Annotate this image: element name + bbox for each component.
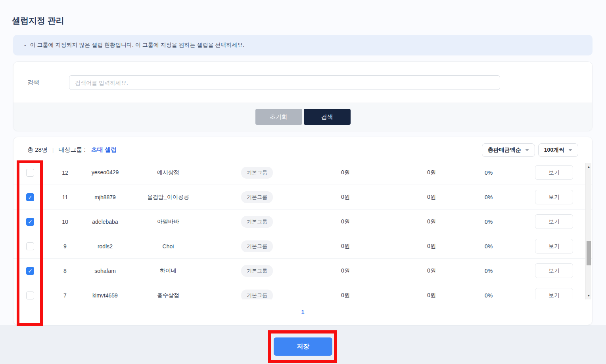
table-scrollbar[interactable]: ▲ ▼ <box>585 163 591 299</box>
row-select-checkbox[interactable]: ✓ <box>26 218 34 226</box>
total-sales-amount: 0원 <box>305 194 386 201</box>
search-panel: 검색 초기화 검색 <box>13 61 593 131</box>
member-id: mjh8879 <box>83 194 127 200</box>
reset-button[interactable]: 초기화 <box>255 109 302 125</box>
row-select-checkbox[interactable]: ✓ <box>26 169 34 177</box>
scrollbar-thumb[interactable] <box>587 241 591 265</box>
member-name: 하이네 <box>127 267 209 274</box>
member-id: sohafam <box>83 268 127 274</box>
table-row: ✓ 11 mjh8879 율겸맘_아이콩콩 기본그룹 0원 0원 0% 보기 <box>13 185 593 210</box>
group-badge: 기본그룹 <box>241 191 273 203</box>
member-id: rodls2 <box>83 243 127 250</box>
total-sales-amount: 0원 <box>305 169 386 176</box>
row-number: 9 <box>47 243 83 250</box>
group-badge: 기본그룹 <box>241 167 273 179</box>
member-name: 예서상점 <box>127 169 209 176</box>
scroll-down-arrow-icon[interactable]: ▼ <box>586 292 592 299</box>
rate-value: 0% <box>477 194 501 200</box>
row-number: 12 <box>47 170 83 176</box>
settlement-amount: 0원 <box>386 218 477 225</box>
check-icon: ✓ <box>28 268 33 274</box>
view-button[interactable]: 보기 <box>535 165 573 180</box>
table-row: ✓ 8 sohafam 하이네 기본그룹 0원 0원 0% 보기 <box>13 259 593 283</box>
pagination: 1 <box>13 299 592 325</box>
page-title: 셀럽지정 관리 <box>12 15 64 26</box>
table-row: ✓ 12 yeseo0429 예서상점 기본그룹 0원 0원 0% 보기 <box>13 163 593 185</box>
table-row: ✓ 7 kimvt4659 총수상점 기본그룹 0원 0원 0% 보기 <box>13 283 593 299</box>
list-header: 총 28명 | 대상그룹 : 초대 셀럽 총판매금액순 100개씩 <box>13 137 592 163</box>
row-select-checkbox[interactable]: ✓ <box>26 267 34 275</box>
check-icon: ✓ <box>28 194 33 200</box>
view-button[interactable]: 보기 <box>535 214 573 229</box>
total-sales-amount: 0원 <box>305 243 386 250</box>
settlement-amount: 0원 <box>386 267 477 274</box>
table-scroll-viewport[interactable]: ✓ 12 yeseo0429 예서상점 기본그룹 0원 0원 0% 보기 ✓ 1… <box>13 163 593 299</box>
group-badge: 기본그룹 <box>241 265 273 277</box>
meta-separator: | <box>52 147 54 153</box>
pagination-page-1[interactable]: 1 <box>301 309 304 315</box>
row-number: 8 <box>47 268 83 274</box>
member-name: 율겸맘_아이콩콩 <box>127 194 209 201</box>
row-number: 7 <box>47 292 83 299</box>
table-row: ✓ 9 rodls2 Choi 기본그룹 0원 0원 0% 보기 <box>13 234 593 259</box>
search-button[interactable]: 검색 <box>304 109 351 125</box>
member-name: 아델바바 <box>127 218 209 225</box>
rate-value: 0% <box>477 268 501 274</box>
row-number: 11 <box>47 194 83 200</box>
chevron-down-icon <box>568 149 572 151</box>
group-badge: 기본그룹 <box>241 216 273 228</box>
member-id: adelebaba <box>83 219 127 225</box>
save-button[interactable]: 저장 <box>274 337 332 356</box>
member-id: kimvt4659 <box>83 292 127 299</box>
total-count: 총 28명 <box>27 146 48 154</box>
row-select-checkbox[interactable]: ✓ <box>26 193 34 201</box>
settlement-amount: 0원 <box>386 243 477 250</box>
target-group-label: 대상그룹 : <box>59 146 86 154</box>
row-select-checkbox[interactable]: ✓ <box>26 242 34 250</box>
total-sales-amount: 0원 <box>305 218 386 225</box>
notice-text: 이 그룹에 지정되지 않은 셀럽 현황입니다. 이 그룹에 지정을 원하는 셀럽… <box>30 42 245 49</box>
view-button[interactable]: 보기 <box>535 263 573 278</box>
settlement-amount: 0원 <box>386 292 477 299</box>
chevron-down-icon <box>525 149 529 151</box>
scroll-up-arrow-icon[interactable]: ▲ <box>586 164 592 170</box>
search-input[interactable] <box>69 75 500 90</box>
group-badge: 기본그룹 <box>241 240 273 252</box>
search-label: 검색 <box>27 79 69 86</box>
total-sales-amount: 0원 <box>305 267 386 274</box>
settlement-amount: 0원 <box>386 194 477 201</box>
check-icon: ✓ <box>28 219 33 225</box>
page-size-select[interactable]: 100개씩 <box>538 143 578 157</box>
sort-order-value: 총판매금액순 <box>488 147 521 154</box>
table-row: ✓ 10 adelebaba 아델바바 기본그룹 0원 0원 0% 보기 <box>13 210 593 234</box>
total-sales-amount: 0원 <box>305 292 386 299</box>
page-size-value: 100개씩 <box>544 147 564 154</box>
rate-value: 0% <box>477 219 501 225</box>
member-id: yeseo0429 <box>92 168 119 177</box>
view-button[interactable]: 보기 <box>535 190 573 204</box>
rate-value: 0% <box>477 292 501 299</box>
row-number: 10 <box>47 219 83 225</box>
notice-bullet: - <box>24 42 26 48</box>
celeb-list-panel: 총 28명 | 대상그룹 : 초대 셀럽 총판매금액순 100개씩 ✓ 12 y… <box>13 137 593 325</box>
member-name: 총수상점 <box>127 292 209 299</box>
rate-value: 0% <box>477 243 501 250</box>
rate-value: 0% <box>477 170 501 176</box>
view-button[interactable]: 보기 <box>535 288 573 299</box>
view-button[interactable]: 보기 <box>535 239 573 253</box>
sort-order-select[interactable]: 총판매금액순 <box>482 143 535 157</box>
group-badge: 기본그룹 <box>241 290 273 300</box>
member-name: Choi <box>127 243 209 250</box>
notice-banner: - 이 그룹에 지정되지 않은 셀럽 현황입니다. 이 그룹에 지정을 원하는 … <box>13 35 593 55</box>
target-group-name[interactable]: 초대 셀럽 <box>91 146 117 154</box>
search-footer: 초기화 검색 <box>13 103 592 131</box>
settlement-amount: 0원 <box>386 169 477 176</box>
row-select-checkbox[interactable]: ✓ <box>26 292 34 299</box>
